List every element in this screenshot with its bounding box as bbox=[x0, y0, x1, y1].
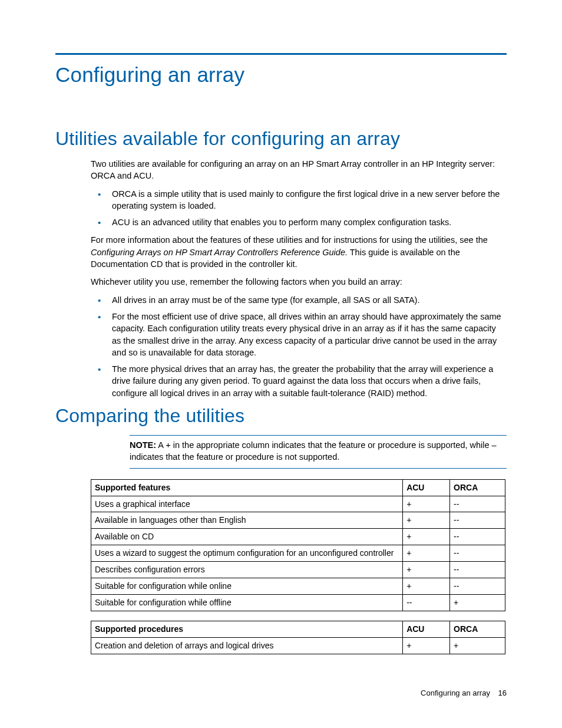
table-row: Uses a graphical interface + -- bbox=[91, 496, 505, 512]
cell-orca: -- bbox=[450, 578, 505, 594]
reference-guide-title: Configuring Arrays on HP Smart Array Con… bbox=[91, 248, 348, 257]
col-header-orca: ORCA bbox=[450, 621, 505, 637]
cell-feature: Available in languages other than Englis… bbox=[91, 512, 403, 529]
list-item: ACU is an advanced utility that enables … bbox=[91, 216, 507, 228]
top-rule bbox=[55, 53, 507, 55]
table-row: Creation and deletion of arrays and logi… bbox=[91, 637, 505, 654]
cell-acu: -- bbox=[403, 594, 450, 611]
list-item: ORCA is a simple utility that is used ma… bbox=[91, 188, 507, 212]
page-title: Configuring an array bbox=[55, 63, 507, 87]
table-header-row: Supported procedures ACU ORCA bbox=[91, 621, 505, 637]
page: Configuring an array Utilities available… bbox=[0, 0, 562, 728]
footer-section: Configuring an array bbox=[421, 689, 490, 697]
cell-acu: + bbox=[403, 512, 450, 529]
cell-feature: Uses a graphical interface bbox=[91, 496, 403, 512]
cell-acu: + bbox=[403, 637, 450, 654]
cell-acu: + bbox=[403, 496, 450, 512]
list-item: The more physical drives that an array h… bbox=[91, 363, 507, 399]
cell-acu: + bbox=[403, 578, 450, 594]
table-row: Suitable for configuration while online … bbox=[91, 578, 505, 594]
col-header-orca: ORCA bbox=[450, 479, 505, 496]
bullet-list-1: ORCA is a simple utility that is used ma… bbox=[91, 188, 507, 229]
col-header-procedure: Supported procedures bbox=[91, 621, 403, 637]
cell-orca: -- bbox=[450, 545, 505, 562]
section1-body: Two utilities are available for configur… bbox=[91, 158, 507, 399]
cell-acu: + bbox=[403, 545, 450, 562]
cell-feature: Suitable for configuration while online bbox=[91, 578, 403, 594]
cell-orca: + bbox=[450, 637, 505, 654]
text-run: For more information about the features … bbox=[91, 235, 488, 245]
cell-orca: -- bbox=[450, 529, 505, 545]
more-info-paragraph: For more information about the features … bbox=[91, 234, 507, 270]
page-footer: Configuring an array 16 bbox=[421, 689, 507, 697]
bullet-list-2: All drives in an array must be of the sa… bbox=[91, 294, 507, 399]
cell-procedure: Creation and deletion of arrays and logi… bbox=[91, 637, 403, 654]
table-row: Available in languages other than Englis… bbox=[91, 512, 505, 529]
note-label: NOTE: bbox=[130, 440, 156, 450]
note-block: NOTE: A + in the appropriate column indi… bbox=[130, 435, 507, 469]
note-text: A + in the appropriate column indicates … bbox=[130, 440, 497, 462]
table-header-row: Supported features ACU ORCA bbox=[91, 479, 505, 496]
cell-orca: -- bbox=[450, 562, 505, 578]
factors-paragraph: Whichever utility you use, remember the … bbox=[91, 276, 507, 288]
table-row: Uses a wizard to suggest the optimum con… bbox=[91, 545, 505, 562]
cell-feature: Describes configuration errors bbox=[91, 562, 403, 578]
cell-acu: + bbox=[403, 529, 450, 545]
col-header-feature: Supported features bbox=[91, 479, 403, 496]
cell-acu: + bbox=[403, 562, 450, 578]
table-row: Available on CD + -- bbox=[91, 529, 505, 545]
cell-orca: -- bbox=[450, 496, 505, 512]
list-item: All drives in an array must be of the sa… bbox=[91, 294, 507, 306]
cell-feature: Suitable for configuration while offline bbox=[91, 594, 403, 611]
cell-feature: Available on CD bbox=[91, 529, 403, 545]
supported-procedures-table: Supported procedures ACU ORCA Creation a… bbox=[91, 621, 505, 654]
section-heading-utilities: Utilities available for configuring an a… bbox=[55, 128, 507, 150]
footer-page-number: 16 bbox=[498, 689, 507, 697]
table-row: Describes configuration errors + -- bbox=[91, 562, 505, 578]
cell-orca: -- bbox=[450, 512, 505, 529]
table-row: Suitable for configuration while offline… bbox=[91, 594, 505, 611]
col-header-acu: ACU bbox=[403, 479, 450, 496]
intro-paragraph: Two utilities are available for configur… bbox=[91, 158, 507, 182]
section-heading-comparing: Comparing the utilities bbox=[55, 405, 507, 427]
supported-features-table: Supported features ACU ORCA Uses a graph… bbox=[91, 479, 505, 611]
cell-orca: + bbox=[450, 594, 505, 611]
list-item: For the most efficient use of drive spac… bbox=[91, 311, 507, 358]
col-header-acu: ACU bbox=[403, 621, 450, 637]
cell-feature: Uses a wizard to suggest the optimum con… bbox=[91, 545, 403, 562]
